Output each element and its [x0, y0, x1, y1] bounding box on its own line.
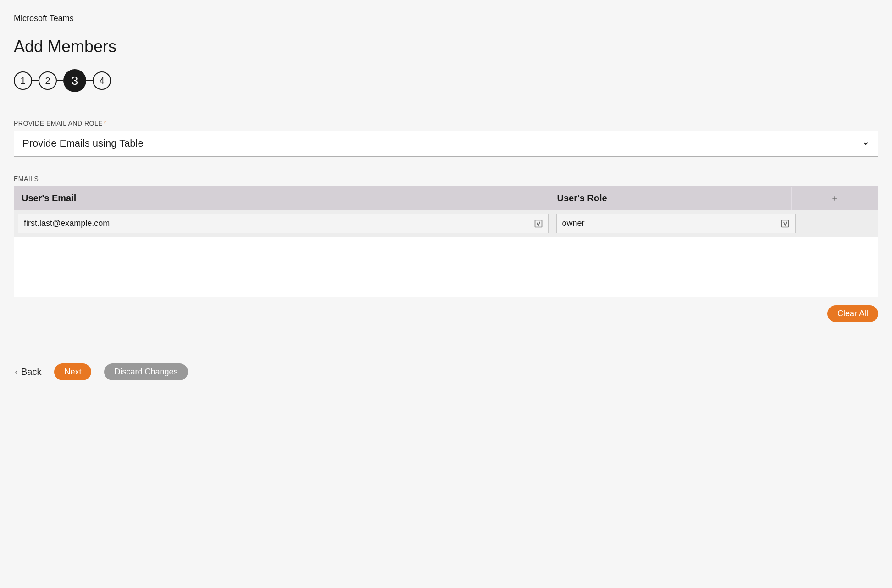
table-row: first.last@example.com owner — [14, 210, 878, 237]
next-button[interactable]: Next — [54, 363, 91, 380]
step-connector — [32, 80, 39, 81]
back-label: Back — [21, 367, 41, 377]
variable-icon[interactable] — [781, 219, 790, 228]
clear-all-button[interactable]: Clear All — [827, 305, 878, 322]
step-3[interactable]: 3 — [63, 69, 86, 92]
page-title: Add Members — [14, 37, 878, 56]
email-value: first.last@example.com — [24, 219, 110, 228]
table-empty-area — [14, 237, 878, 297]
step-2[interactable]: 2 — [39, 71, 57, 90]
emails-label: EMAILS — [14, 175, 878, 182]
provide-email-role-label: PROVIDE EMAIL AND ROLE* — [14, 120, 878, 127]
step-connector — [57, 80, 63, 81]
emails-table: User's Email User's Role first.last@exam… — [14, 186, 878, 297]
stepper: 1 2 3 4 — [14, 69, 878, 92]
dropdown-selected-value: Provide Emails using Table — [22, 137, 144, 149]
step-connector — [86, 80, 93, 81]
plus-icon — [831, 195, 838, 202]
provide-method-dropdown[interactable]: Provide Emails using Table — [14, 131, 878, 157]
column-header-role: User's Role — [549, 187, 791, 210]
back-button[interactable]: Back — [14, 367, 41, 377]
role-input[interactable]: owner — [556, 214, 796, 233]
variable-icon[interactable] — [534, 219, 543, 228]
required-asterisk: * — [104, 120, 106, 127]
discard-changes-button[interactable]: Discard Changes — [104, 363, 188, 380]
step-1[interactable]: 1 — [14, 71, 32, 90]
role-value: owner — [562, 219, 585, 228]
add-row-button[interactable] — [792, 187, 878, 210]
chevron-left-icon — [14, 369, 18, 375]
footer-actions: Back Next Discard Changes — [14, 363, 878, 380]
email-input[interactable]: first.last@example.com — [18, 214, 549, 233]
row-spacer — [803, 214, 889, 233]
table-header: User's Email User's Role — [14, 187, 878, 210]
step-4[interactable]: 4 — [93, 71, 111, 90]
chevron-down-icon — [862, 140, 870, 147]
column-header-email: User's Email — [14, 187, 549, 210]
field-label-text: PROVIDE EMAIL AND ROLE — [14, 120, 103, 127]
breadcrumb-link[interactable]: Microsoft Teams — [14, 14, 74, 23]
